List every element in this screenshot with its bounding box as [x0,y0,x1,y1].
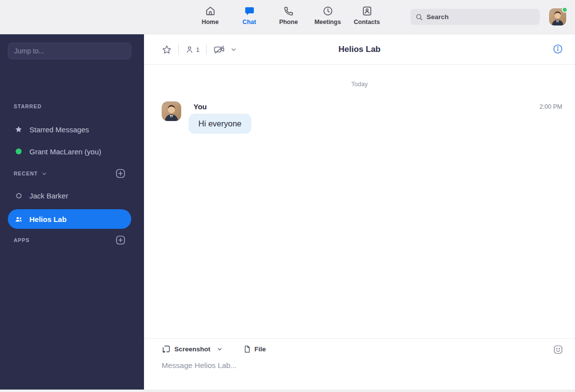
search-input[interactable] [427,13,535,21]
nav-contacts-label: Contacts [354,19,380,25]
chat-header: 1 Helios Lab [144,34,575,65]
info-button[interactable] [552,44,563,54]
chevron-down-icon [217,346,222,352]
chat-panel: 1 Helios Lab Today [144,34,575,390]
nav-chat[interactable]: Chat [234,5,264,25]
sidebar-item-label: Starred Messages [29,125,89,134]
phone-icon [283,5,294,17]
file-button[interactable]: File [243,344,266,354]
add-app-button[interactable] [115,234,126,245]
sidebar-item-label: Jack Barker [29,192,68,200]
composer: Screenshot File [144,338,575,390]
nav-phone[interactable]: Phone [273,5,304,25]
starred-section-header: STARRED [14,103,42,109]
starred-header-label: STARRED [14,103,42,109]
recent-header-label: RECENT [14,171,38,176]
apps-header-label: APPS [14,237,30,243]
star-icon [15,125,23,133]
message-bubble[interactable]: Hi everyone [189,114,251,134]
sidebar-item-label: Grant MacLaren (you) [29,147,101,156]
group-icon [15,215,23,223]
nav-home-label: Home [202,19,219,25]
sidebar: STARRED Starred Messages Grant MacLaren … [0,34,144,390]
chat-icon [243,5,255,17]
window-bottom-edge [0,390,575,392]
nav-chat-label: Chat [242,19,256,25]
main-nav: Home Chat Phone Meetings Contacts [195,5,382,25]
nav-meetings-label: Meetings [314,19,341,25]
add-recent-button[interactable] [115,168,126,179]
search-icon [415,13,423,21]
nav-contacts[interactable]: Contacts [352,5,382,25]
file-icon [243,344,251,354]
apps-section-header: APPS [14,237,30,243]
profile-avatar[interactable] [549,8,566,25]
date-divider: Today [144,81,575,88]
avatar[interactable] [162,101,181,121]
nav-meetings[interactable]: Meetings [312,5,343,25]
sidebar-item-grant-maclaren[interactable]: Grant MacLaren (you) [8,142,131,161]
message-input[interactable] [162,361,504,370]
jump-to-box[interactable] [8,43,131,59]
nav-phone-label: Phone [279,19,298,25]
offline-circle-icon [15,193,23,198]
presence-dot [562,7,568,13]
nav-home[interactable]: Home [195,5,225,25]
emoji-button[interactable] [553,344,563,355]
chevron-down-icon [42,171,47,176]
meetings-icon [322,5,334,17]
sidebar-item-jack-barker[interactable]: Jack Barker [8,186,131,205]
sidebar-item-starred-messages[interactable]: Starred Messages [8,120,131,139]
top-bar: Home Chat Phone Meetings Contacts [0,0,575,34]
home-icon [204,5,216,17]
global-search[interactable] [410,9,540,25]
screenshot-label: Screenshot [174,345,211,353]
recent-section-header[interactable]: RECENT [14,171,47,176]
jump-to-input[interactable] [14,47,125,55]
screenshot-icon [162,344,171,354]
message-timestamp: 2:00 PM [539,103,562,110]
message-sender: You [193,102,207,111]
online-dot-icon [15,148,23,154]
sidebar-item-label: Helios Lab [29,215,67,223]
contacts-icon [361,5,373,17]
chat-title: Helios Lab [144,34,575,65]
sidebar-item-helios-lab[interactable]: Helios Lab [8,209,131,229]
file-label: File [255,345,266,353]
screenshot-button[interactable]: Screenshot [162,344,222,354]
